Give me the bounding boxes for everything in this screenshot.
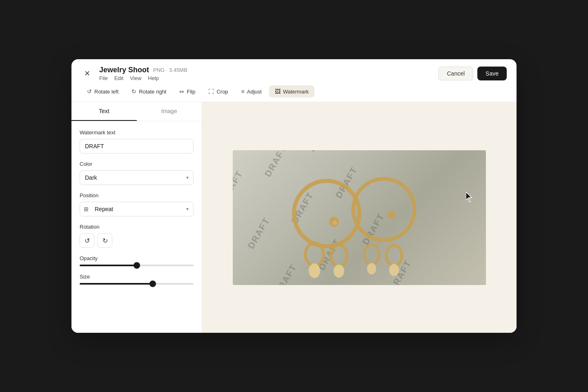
menu-help[interactable]: Help	[148, 75, 159, 81]
opacity-slider-wrapper	[80, 265, 194, 266]
color-label: Color	[80, 161, 194, 167]
rotation-group: Rotation ↺ ↻	[80, 224, 194, 248]
adjust-label: Adjust	[247, 89, 262, 95]
rotate-ccw-button[interactable]: ↺	[80, 233, 94, 248]
svg-point-5	[305, 243, 323, 266]
menu-view[interactable]: View	[130, 75, 141, 81]
position-select-wrapper: ⊞ Repeat Center Top Left Top Right Botto…	[80, 202, 194, 216]
opacity-label: Opacity	[80, 255, 194, 261]
menu-edit[interactable]: Edit	[114, 75, 123, 81]
rotation-buttons: ↺ ↻	[80, 233, 194, 248]
svg-point-7	[331, 245, 347, 266]
rotate-right-button[interactable]: ↻ Rotate right	[126, 85, 172, 98]
svg-point-12	[389, 264, 399, 276]
watermark-icon: 🖼	[275, 88, 281, 95]
watermark-text-input[interactable]	[80, 139, 194, 154]
title-row: Jewelry Shoot PNG · 3.45MB	[99, 66, 187, 74]
crop-icon: ⛶	[208, 88, 214, 95]
watermark-text-group: Watermark text	[80, 129, 194, 154]
tab-text[interactable]: Text	[71, 102, 137, 121]
menu-row: File Edit View Help	[99, 75, 187, 81]
color-select-wrapper: Dark Light Custom ▾	[80, 170, 194, 185]
adjust-button[interactable]: ≡ Adjust	[236, 85, 267, 98]
svg-point-11	[386, 245, 402, 266]
color-select[interactable]: Dark Light Custom	[80, 170, 194, 185]
jewelry-image	[233, 150, 486, 285]
svg-point-10	[367, 263, 376, 274]
color-group: Color Dark Light Custom ▾	[80, 161, 194, 185]
opacity-group: Opacity	[80, 255, 194, 266]
crop-label: Crop	[216, 89, 228, 95]
left-panel: Text Image Watermark text Color	[71, 102, 202, 333]
size-slider[interactable]	[80, 283, 194, 285]
svg-point-8	[334, 265, 344, 278]
header-left: ✕ Jewelry Shoot PNG · 3.45MB File Edit V…	[81, 66, 187, 81]
main-modal: ✕ Jewelry Shoot PNG · 3.45MB File Edit V…	[71, 59, 517, 333]
modal-body: Text Image Watermark text Color	[71, 102, 517, 333]
rotate-left-label: Rotate left	[94, 89, 118, 95]
svg-point-9	[364, 245, 379, 264]
close-button[interactable]: ✕	[81, 68, 93, 79]
opacity-slider[interactable]	[80, 265, 194, 266]
position-group: Position ⊞ Repeat Center Top Left Top Ri…	[80, 192, 194, 216]
svg-point-1	[353, 179, 414, 240]
watermark-button[interactable]: 🖼 Watermark	[269, 85, 314, 98]
rotate-right-icon: ↻	[131, 88, 136, 95]
rotation-label: Rotation	[80, 224, 194, 230]
save-button[interactable]: Save	[477, 67, 507, 80]
flip-icon: ⇔	[179, 88, 184, 95]
svg-point-6	[309, 263, 320, 278]
rotate-left-button[interactable]: ↺ Rotate left	[81, 85, 124, 98]
rotate-right-label: Rotate right	[139, 89, 166, 95]
svg-point-4	[387, 211, 395, 219]
title-block: Jewelry Shoot PNG · 3.45MB File Edit Vie…	[99, 66, 187, 81]
controls-panel: Watermark text Color Dark Light Custom ▾	[71, 121, 202, 293]
flip-label: Flip	[187, 89, 195, 95]
cancel-button[interactable]: Cancel	[438, 67, 473, 80]
watermark-label: Watermark	[283, 89, 309, 95]
toolbar: ↺ Rotate left ↻ Rotate right ⇔ Flip ⛶ Cr…	[71, 81, 517, 102]
image-preview: DRAFT DRAFT DRAFT DRAFT DRAFT DRAFT DRAF…	[233, 150, 486, 285]
crop-button[interactable]: ⛶ Crop	[203, 85, 234, 98]
size-slider-wrapper	[80, 283, 194, 285]
adjust-icon: ≡	[241, 88, 245, 95]
flip-button[interactable]: ⇔ Flip	[174, 85, 201, 98]
size-group: Size	[80, 274, 194, 285]
position-select[interactable]: Repeat Center Top Left Top Right Bottom …	[80, 202, 194, 216]
tabs: Text Image	[71, 102, 202, 121]
canvas-area: DRAFT DRAFT DRAFT DRAFT DRAFT DRAFT DRAF…	[202, 102, 517, 333]
position-label: Position	[80, 192, 194, 198]
size-label: Size	[80, 274, 194, 280]
svg-point-0	[294, 181, 359, 246]
rotate-left-icon: ↺	[87, 88, 92, 95]
file-title: Jewelry Shoot	[99, 66, 149, 74]
header-right: Cancel Save	[438, 67, 507, 80]
file-meta: PNG · 3.45MB	[153, 67, 187, 73]
modal-header: ✕ Jewelry Shoot PNG · 3.45MB File Edit V…	[71, 59, 517, 81]
tab-image[interactable]: Image	[137, 102, 202, 121]
rotate-cw-button[interactable]: ↻	[98, 233, 112, 248]
menu-file[interactable]: File	[99, 75, 108, 81]
svg-point-3	[332, 220, 337, 225]
watermark-text-label: Watermark text	[80, 129, 194, 136]
